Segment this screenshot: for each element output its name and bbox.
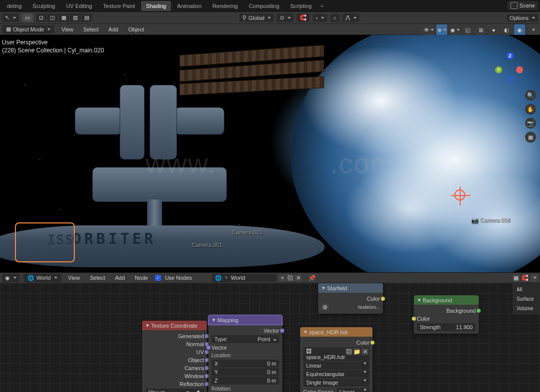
menu-select[interactable]: Select <box>80 25 102 33</box>
shading-rendered-icon[interactable]: ◉ <box>514 24 525 35</box>
image-file-field[interactable]: 🖼 space_HDR.hdr⿻📁✕ <box>303 347 369 361</box>
tab-add-button[interactable]: + <box>318 2 327 10</box>
colorspace-dropdown[interactable]: Linear <box>337 388 369 392</box>
options-button[interactable]: Options <box>507 14 538 22</box>
snap-toggle[interactable]: 🧲 <box>297 13 310 22</box>
camera-view-icon[interactable]: 📷 <box>525 118 536 129</box>
node-header[interactable]: ▾ Texture Coordinate <box>142 321 207 330</box>
snap-vertex-icon[interactable]: ⊡ <box>36 13 46 22</box>
menu-object[interactable]: Object <box>125 25 147 33</box>
snap-edge-icon[interactable]: ◫ <box>47 13 58 22</box>
nodegroup-icon[interactable]: ⚙ <box>322 304 329 311</box>
node-header[interactable]: ▾ Background <box>414 295 479 305</box>
gizmo-neg-axis[interactable] <box>507 75 514 82</box>
xray-icon[interactable]: ◱ <box>462 24 473 35</box>
shader-menu-view[interactable]: View <box>65 274 83 282</box>
zoom-icon[interactable]: 🔍 <box>525 90 536 101</box>
proportional-edit[interactable]: ○ <box>330 14 340 22</box>
open-icon[interactable]: 📁 <box>354 348 360 355</box>
pivot-selector[interactable]: ⊙ <box>277 13 294 22</box>
node-header[interactable]: ▾ Starfield <box>318 283 383 293</box>
shader-node-editor[interactable]: ▾ Starfield Color ⚙NodeGro... ▾ Texture … <box>0 283 540 392</box>
loc-z-field[interactable]: Z0 m <box>211 377 279 385</box>
nav-gizmo[interactable]: Z Y <box>495 52 525 82</box>
pin-node-icon[interactable]: 📌 <box>309 274 316 281</box>
snap-type[interactable]: ▫ <box>313 14 327 22</box>
socket-color-out[interactable] <box>381 297 385 301</box>
snap-type-icon[interactable] <box>531 274 538 281</box>
cursor-tool-icon[interactable]: ↖ <box>2 13 19 22</box>
snap-icon[interactable]: 🧲 <box>522 274 529 281</box>
pin-icon[interactable]: ⚬ <box>279 274 286 281</box>
tab-compositing[interactable]: Compositing <box>244 1 284 11</box>
node-header[interactable]: ▾ Mapping <box>208 315 282 325</box>
use-nodes-checkbox[interactable]: ✓ <box>155 275 161 281</box>
node-background[interactable]: ▾ Background Background Color Strength11… <box>414 295 479 334</box>
shading-options-icon[interactable] <box>527 24 538 35</box>
prop-falloff[interactable]: ⋀ <box>343 13 360 22</box>
copy-icon[interactable]: ⿻ <box>287 274 294 281</box>
unlink-icon[interactable]: ✕ <box>295 274 302 281</box>
snap-vol-icon[interactable]: ▥ <box>70 13 81 22</box>
visibility-icon[interactable]: 👁 <box>423 24 434 35</box>
snap-inc-icon[interactable]: ▤ <box>81 13 92 22</box>
tab-sculpting[interactable]: Sculpting <box>27 1 60 11</box>
tab-uv-editing[interactable]: UV Editing <box>61 1 97 11</box>
editor-type-icon[interactable]: ◉ <box>2 274 19 282</box>
sidebar-volume[interactable]: Volume <box>515 304 538 313</box>
interpolation-dropdown[interactable]: Linear <box>303 362 369 370</box>
gizmo-x-axis[interactable] <box>516 66 523 73</box>
node-starfield[interactable]: ▾ Starfield Color ⚙NodeGro... <box>318 283 383 314</box>
socket-color-in[interactable] <box>412 317 416 321</box>
tab-shading[interactable]: Shading <box>141 1 171 11</box>
loc-y-field[interactable]: Y0 m <box>211 368 279 376</box>
gizmo-toggle-icon[interactable]: ⊕ <box>436 24 447 35</box>
3d-viewport[interactable]: ISS ORBITER User Perspective (228) Scene… <box>0 35 540 272</box>
tab-animation[interactable]: Animation <box>172 1 206 11</box>
menu-add[interactable]: Add <box>106 25 122 33</box>
shading-wireframe-icon[interactable]: ⊞ <box>475 24 486 35</box>
shader-menu-add[interactable]: Add <box>112 274 128 282</box>
shader-type-selector[interactable]: 🌐 World <box>23 274 61 282</box>
gizmo-y-axis[interactable]: Y <box>495 66 502 73</box>
browse-icon[interactable]: ⿻ <box>346 348 353 355</box>
tab-texture-paint[interactable]: Texture Paint <box>98 1 140 11</box>
shading-material-icon[interactable]: ◐ <box>501 24 512 35</box>
sidebar-all[interactable]: All <box>515 285 538 294</box>
socket-color-out[interactable] <box>370 341 374 345</box>
orientation-selector[interactable]: ⚲ Global <box>239 13 274 22</box>
loc-x-field[interactable]: X0 m <box>211 360 279 368</box>
mapping-type-dropdown[interactable]: Type:Point <box>211 335 279 343</box>
shader-menu-node[interactable]: Node <box>132 274 151 282</box>
station-module <box>75 107 122 135</box>
persp-ortho-icon[interactable]: ▦ <box>525 132 536 143</box>
mode-selector[interactable]: ▦ Object Mode <box>2 25 54 33</box>
socket-vector-in[interactable] <box>206 346 210 350</box>
unlink-icon[interactable]: ✕ <box>361 348 368 355</box>
sidebar-surface[interactable]: Surface <box>515 295 538 303</box>
socket-vector-out[interactable] <box>280 329 284 333</box>
source-dropdown[interactable]: Single Image <box>303 379 369 387</box>
node-texture-coordinate[interactable]: ▾ Texture Coordinate Generated Normal UV… <box>142 321 207 392</box>
pan-icon[interactable]: ✋ <box>525 104 536 115</box>
shading-solid-icon[interactable]: ● <box>488 24 499 35</box>
tab-scripting[interactable]: Scripting <box>285 1 317 11</box>
projection-dropdown[interactable]: Equirectangular <box>303 370 369 378</box>
shader-menu-select[interactable]: Select <box>87 274 108 282</box>
strength-field[interactable]: Strength11.900 <box>417 323 476 331</box>
overlay-icon[interactable]: ▦ <box>513 274 520 281</box>
object-field[interactable]: Object:■ 💉 <box>145 389 204 392</box>
tab-rendering[interactable]: Rendering <box>207 1 243 11</box>
overlay-toggle-icon[interactable]: ◉ <box>449 24 460 35</box>
socket-background-out[interactable] <box>477 309 481 313</box>
snap-face-icon[interactable]: ▦ <box>58 13 69 22</box>
node-environment-texture[interactable]: ▾ space_HDR.hdr Color 🖼 space_HDR.hdr⿻📁✕… <box>300 327 372 392</box>
node-mapping[interactable]: ▾ Mapping Vector Type:Point Vector Locat… <box>208 315 282 392</box>
select-tool-icon[interactable]: ▭ <box>22 13 33 22</box>
tab-modeling[interactable]: deling <box>2 1 26 11</box>
scene-selector[interactable]: Scene <box>508 1 538 10</box>
menu-view[interactable]: View <box>58 25 76 33</box>
world-datablock[interactable]: World <box>227 274 277 282</box>
node-header[interactable]: ▾ space_HDR.hdr <box>300 327 372 337</box>
gizmo-z-axis[interactable]: Z <box>507 52 514 59</box>
